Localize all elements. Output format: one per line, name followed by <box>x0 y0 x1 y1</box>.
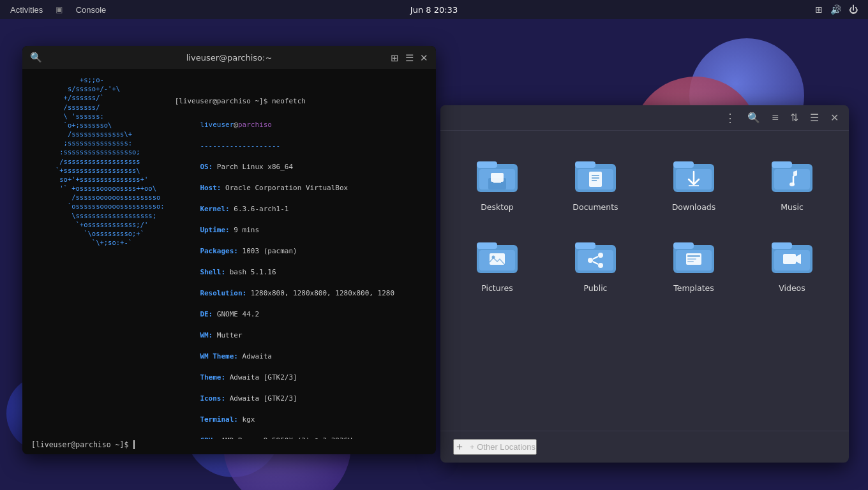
info-de-val: GNOME 44.2 <box>213 310 259 318</box>
other-locations-icon: ＋ <box>454 440 465 454</box>
info-de-key: DE: <box>200 310 213 318</box>
terminal-title-left: 🔍 <box>30 52 42 63</box>
neofetch-command: [liveuser@parchiso ~]$ neofetch <box>175 96 427 107</box>
info-kernel-key: Kernel: <box>200 205 229 213</box>
filemanager-window: ⋮ 🔍 ≡ ⇅ ☰ ✕ De <box>440 105 849 463</box>
terminal-body: +s;;o- s/sssso+/-'+\ +/ssssss/` /sssssss… <box>22 69 436 439</box>
svg-rect-40 <box>687 261 694 262</box>
svg-rect-18 <box>772 161 792 168</box>
topbar-right: ⊞ 🔊 ⏻ <box>815 4 858 15</box>
info-icons-val: Adwaita [GTK2/3] <box>225 394 297 403</box>
info-uptime-val: 9 mins <box>230 226 259 234</box>
fm-search-button[interactable]: 🔍 <box>745 109 763 126</box>
app-name-button[interactable]: Console <box>76 5 107 15</box>
topbar-left: Activities ▣ Console <box>10 5 106 15</box>
topbar-datetime: Jun 8 20:33 <box>410 5 458 15</box>
svg-rect-19 <box>774 169 810 189</box>
folder-desktop-icon <box>474 151 520 197</box>
terminal-info: [liveuser@parchiso ~]$ neofetch liveuser… <box>175 75 427 433</box>
folder-documents-label: Documents <box>572 202 618 212</box>
info-host: parchiso <box>238 121 272 129</box>
info-wm-val: Mutter <box>213 331 242 339</box>
info-wm-key: WM: <box>200 331 213 339</box>
info-terminal-key: Terminal: <box>200 415 238 424</box>
terminal-new-tab-button[interactable]: ⊞ <box>391 53 399 63</box>
svg-rect-44 <box>783 254 796 264</box>
folder-public-label: Public <box>584 283 608 293</box>
fm-hamburger-button[interactable]: ☰ <box>807 109 821 126</box>
fm-close-button[interactable]: ✕ <box>828 109 841 126</box>
folder-pictures[interactable]: Pictures <box>451 225 544 301</box>
folder-desktop-label: Desktop <box>481 202 514 212</box>
folder-downloads-icon <box>671 151 717 197</box>
folder-pictures-label: Pictures <box>481 283 513 293</box>
topbar-separator: ▣ <box>56 5 63 14</box>
folder-public-icon <box>572 232 618 278</box>
terminal-search-icon[interactable]: 🔍 <box>30 52 42 63</box>
terminal-window: 🔍 liveuser@parchiso:~ ⊞ ☰ ✕ +s;;o- s/sss… <box>22 46 436 454</box>
fm-list-view-button[interactable]: ≡ <box>769 108 781 127</box>
terminal-ascii-art: +s;;o- s/sssso+/-'+\ +/ssssss/` /sssssss… <box>31 75 165 433</box>
info-host-key: Host: <box>200 184 221 192</box>
folder-pictures-icon <box>474 232 520 278</box>
folder-templates[interactable]: Templates <box>647 225 740 301</box>
filemanager-grid: Desktop Documents <box>440 131 849 431</box>
info-uptime-key: Uptime: <box>200 226 229 234</box>
svg-point-29 <box>588 258 593 263</box>
filemanager-body: Desktop Documents <box>440 131 849 463</box>
info-resolution-val: 1280x800, 1280x800, 1280x800, 1280 <box>246 289 394 297</box>
info-packages-val: 1003 (pacman) <box>238 247 297 255</box>
info-shell-key: Shell: <box>200 268 225 276</box>
folder-templates-icon <box>671 232 717 278</box>
folder-videos-label: Videos <box>779 283 805 293</box>
folder-downloads[interactable]: Downloads <box>647 144 740 219</box>
folder-videos[interactable]: Videos <box>745 225 839 301</box>
svg-rect-39 <box>687 258 696 260</box>
svg-point-30 <box>598 253 603 258</box>
svg-rect-42 <box>772 242 792 249</box>
other-locations-button[interactable]: ＋ + Other Locations <box>453 439 537 455</box>
fm-sort-button[interactable]: ⇅ <box>788 109 801 126</box>
info-host-val: Oracle Corporation VirtualBox <box>221 184 348 192</box>
folder-music-icon <box>769 151 815 197</box>
info-at: @ <box>234 121 238 129</box>
folder-music-label: Music <box>781 202 804 212</box>
network-icon[interactable]: ⊞ <box>815 4 823 15</box>
filemanager-titlebar: ⋮ 🔍 ≡ ⇅ ☰ ✕ <box>440 105 849 131</box>
info-theme-key: Theme: <box>200 373 225 382</box>
info-terminal-val: kgx <box>238 415 255 424</box>
topbar: Activities ▣ Console Jun 8 20:33 ⊞ 🔊 ⏻ <box>0 0 868 19</box>
folder-templates-label: Templates <box>673 283 714 293</box>
terminal-titlebar: 🔍 liveuser@parchiso:~ ⊞ ☰ ✕ <box>22 46 436 69</box>
svg-rect-4 <box>491 173 504 182</box>
terminal-title: liveuser@parchiso:~ <box>186 53 273 63</box>
svg-point-31 <box>598 263 603 268</box>
info-packages-key: Packages: <box>200 247 238 255</box>
folder-public[interactable]: Public <box>549 225 642 301</box>
fm-menu-dots-button[interactable]: ⋮ <box>722 108 738 128</box>
svg-rect-14 <box>673 161 694 168</box>
folder-documents[interactable]: Documents <box>549 144 642 219</box>
info-wm-theme-key: WM Theme: <box>200 352 238 360</box>
info-wm-theme-val: Adwaita <box>238 352 272 360</box>
svg-rect-28 <box>578 250 613 271</box>
filemanager-footer: ＋ + Other Locations <box>440 431 849 463</box>
svg-rect-35 <box>673 242 694 249</box>
info-kernel-val: 6.3.6-arch1-1 <box>230 205 289 213</box>
terminal-prompt: [liveuser@parchiso ~]$ <box>22 439 436 454</box>
folder-downloads-label: Downloads <box>672 202 716 212</box>
terminal-menu-button[interactable]: ☰ <box>405 53 414 63</box>
other-locations-label: + Other Locations <box>470 442 535 452</box>
info-os-key: OS: <box>200 163 213 171</box>
terminal-close-button[interactable]: ✕ <box>420 53 428 63</box>
folder-documents-icon <box>572 151 618 197</box>
folder-desktop[interactable]: Desktop <box>451 144 544 219</box>
power-icon[interactable]: ⏻ <box>849 4 858 15</box>
svg-point-20 <box>789 182 795 186</box>
folder-music[interactable]: Music <box>745 144 839 219</box>
sound-icon[interactable]: 🔊 <box>830 4 841 15</box>
svg-rect-7 <box>575 161 595 168</box>
info-theme-val: Adwaita [GTK2/3] <box>225 373 297 382</box>
info-icons-key: Icons: <box>200 394 225 403</box>
activities-button[interactable]: Activities <box>10 5 43 15</box>
